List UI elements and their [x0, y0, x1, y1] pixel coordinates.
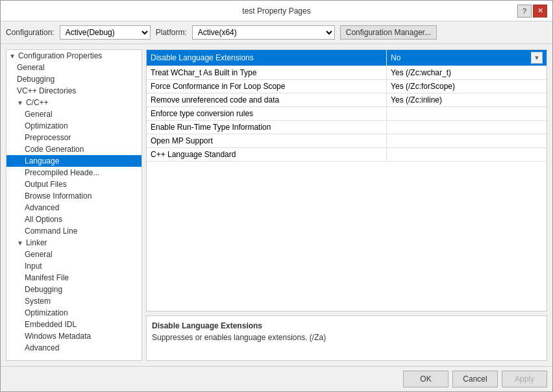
- tree-item-linker-opt[interactable]: Optimization: [6, 307, 141, 319]
- ok-button[interactable]: OK: [403, 371, 449, 387]
- tree-item-cpp-advanced[interactable]: Advanced: [6, 202, 141, 214]
- property-value[interactable]: [387, 148, 547, 162]
- collapse-icon: ▼: [9, 53, 16, 60]
- property-value[interactable]: No▼: [387, 50, 547, 66]
- tree-item-debugging[interactable]: Debugging: [6, 73, 141, 85]
- right-panel: Disable Language ExtensionsNo▼Treat WCha…: [146, 49, 547, 361]
- table-row[interactable]: Enforce type conversion rules: [147, 107, 547, 121]
- tree-label: Configuration Properties: [18, 51, 102, 60]
- property-name: Open MP Support: [147, 134, 387, 148]
- tree-item-linker-general[interactable]: General: [6, 249, 141, 260]
- table-row[interactable]: Open MP Support: [147, 134, 547, 148]
- property-value[interactable]: [387, 121, 547, 134]
- table-row[interactable]: C++ Language Standard: [147, 148, 547, 162]
- tree-item-cpp-cmdline[interactable]: Command Line: [6, 225, 141, 237]
- tree-item-cpp[interactable]: ▼ C/C++: [6, 97, 141, 108]
- apply-button[interactable]: Apply: [502, 371, 547, 387]
- property-name: Force Conformance in For Loop Scope: [147, 80, 387, 93]
- tree-label: Debugging: [17, 75, 55, 84]
- property-name: Disable Language Extensions: [147, 50, 387, 66]
- platform-label: Platform:: [156, 28, 187, 37]
- property-name: Enforce type conversion rules: [147, 107, 387, 121]
- config-bar: Configuration: Active(Debug) Platform: A…: [1, 21, 552, 44]
- tree-item-linker-input[interactable]: Input: [6, 260, 141, 272]
- bottom-bar: OK Cancel Apply: [1, 366, 552, 391]
- tree-label: General: [25, 110, 53, 119]
- cancel-button[interactable]: Cancel: [452, 371, 498, 387]
- dropdown-arrow-icon[interactable]: ▼: [531, 52, 543, 64]
- properties-table: Disable Language ExtensionsNo▼Treat WCha…: [147, 50, 547, 162]
- tree-item-config-props[interactable]: ▼ Configuration Properties: [6, 50, 141, 62]
- platform-select[interactable]: Active(x64): [192, 25, 335, 40]
- property-value[interactable]: Yes (/Zc:inline): [387, 93, 547, 107]
- property-value[interactable]: [387, 134, 547, 148]
- tree-label: All Options: [25, 215, 62, 224]
- main-content: ▼ Configuration Properties General Debug…: [1, 44, 552, 366]
- tree-item-cpp-preprocessor[interactable]: Preprocessor: [6, 132, 141, 143]
- configuration-manager-button[interactable]: Configuration Manager...: [340, 25, 437, 40]
- property-name: Enable Run-Time Type Information: [147, 121, 387, 134]
- table-row[interactable]: Remove unreferenced code and dataYes (/Z…: [147, 93, 547, 107]
- tree-item-cpp-browse[interactable]: Browse Information: [6, 190, 141, 202]
- tree-label: Windows Metadata: [25, 332, 91, 341]
- title-controls: ? ✕: [517, 5, 547, 18]
- tree-item-linker-windows[interactable]: Windows Metadata: [6, 330, 141, 342]
- table-row[interactable]: Force Conformance in For Loop ScopeYes (…: [147, 80, 547, 93]
- property-name: Remove unreferenced code and data: [147, 93, 387, 107]
- close-icon: ✕: [537, 6, 543, 15]
- configuration-label: Configuration:: [6, 28, 55, 37]
- tree-item-linker-embedded[interactable]: Embedded IDL: [6, 319, 141, 330]
- tree-label: C/C++: [26, 98, 49, 107]
- tree-label: Output Files: [25, 180, 67, 189]
- tree-label: Optimization: [25, 308, 68, 317]
- property-value[interactable]: Yes (/Zc:forScope): [387, 80, 547, 93]
- table-row[interactable]: Enable Run-Time Type Information: [147, 121, 547, 134]
- property-value[interactable]: Yes (/Zc:wchar_t): [387, 66, 547, 80]
- tree-label: Linker: [26, 238, 47, 247]
- tree-label: Command Line: [25, 227, 77, 236]
- dialog: test Property Pages ? ✕ Configuration: A…: [0, 0, 553, 392]
- table-row[interactable]: Treat WChar_t As Built in TypeYes (/Zc:w…: [147, 66, 547, 80]
- tree-label: Advanced: [25, 343, 59, 352]
- tree-item-cpp-code-gen[interactable]: Code Generation: [6, 143, 141, 155]
- tree-label: Embedded IDL: [25, 320, 77, 329]
- property-value[interactable]: [387, 107, 547, 121]
- description-text: Suppresses or enables language extension…: [152, 333, 541, 342]
- window-title: test Property Pages: [242, 6, 310, 16]
- tree-item-linker-debug[interactable]: Debugging: [6, 284, 141, 295]
- tree-item-cpp-all[interactable]: All Options: [6, 214, 141, 225]
- collapse-icon: ▼: [17, 99, 23, 106]
- tree-item-cpp-general[interactable]: General: [6, 108, 141, 120]
- help-button[interactable]: ?: [517, 5, 532, 18]
- close-button[interactable]: ✕: [533, 5, 547, 18]
- property-name: Treat WChar_t As Built in Type: [147, 66, 387, 80]
- tree-item-cpp-precompiled[interactable]: Precompiled Heade...: [6, 167, 141, 178]
- tree-item-general[interactable]: General: [6, 62, 141, 73]
- tree-item-cpp-optimization[interactable]: Optimization: [6, 120, 141, 132]
- property-value-text: No: [391, 53, 400, 62]
- tree-item-linker-advanced[interactable]: Advanced: [6, 342, 141, 354]
- property-name: C++ Language Standard: [147, 148, 387, 162]
- table-row[interactable]: Disable Language ExtensionsNo▼: [147, 50, 547, 66]
- tree-label: Debugging: [25, 285, 62, 294]
- tree-panel: ▼ Configuration Properties General Debug…: [6, 49, 142, 361]
- tree-label: Browse Information: [25, 191, 92, 201]
- description-title: Disable Language Extensions: [152, 321, 541, 330]
- configuration-select[interactable]: Active(Debug): [60, 25, 151, 40]
- tree-label: Preprocessor: [25, 133, 71, 142]
- tree-label: Input: [25, 262, 42, 271]
- tree-item-linker-manifest[interactable]: Manifest File: [6, 272, 141, 284]
- tree-label: Code Generation: [25, 145, 84, 154]
- tree-item-vc-dirs[interactable]: VC++ Directories: [6, 85, 141, 97]
- tree-label: Precompiled Heade...: [25, 168, 99, 177]
- tree-item-cpp-output[interactable]: Output Files: [6, 178, 141, 190]
- tree-item-linker-system[interactable]: System: [6, 295, 141, 307]
- tree-item-cpp-language[interactable]: Language: [6, 155, 141, 167]
- tree-item-linker[interactable]: ▼ Linker: [6, 237, 141, 249]
- tree-label: Optimization: [25, 121, 68, 130]
- tree-label: VC++ Directories: [17, 86, 76, 95]
- tree-label: General: [17, 63, 45, 72]
- collapse-icon: ▼: [17, 239, 23, 247]
- tree-label: Manifest File: [25, 273, 69, 282]
- properties-table-container: Disable Language ExtensionsNo▼Treat WCha…: [146, 49, 547, 312]
